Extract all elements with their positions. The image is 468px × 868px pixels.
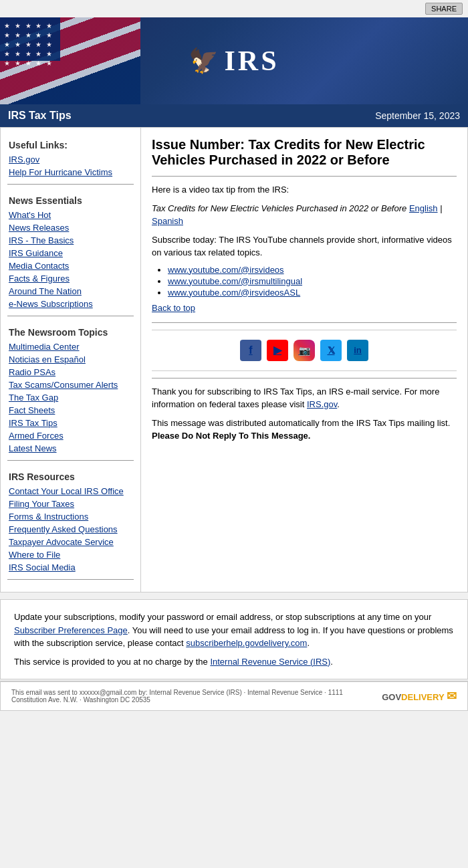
twitter-icon[interactable]: 𝕏 bbox=[320, 340, 342, 361]
subscriber-preferences-link[interactable]: Subscriber Preferences Page bbox=[14, 625, 128, 635]
sidebar-item-faq[interactable]: Frequently Asked Questions bbox=[1, 523, 140, 536]
divider-4 bbox=[7, 579, 134, 580]
content-area: Issue Number: Tax Credits for New Electr… bbox=[141, 128, 467, 592]
main-container: Useful Links: IRS.gov Help For Hurricane… bbox=[0, 127, 468, 592]
pipe-separator: | bbox=[440, 203, 442, 213]
divider-2 bbox=[7, 316, 134, 316]
do-not-reply-text: Please Do Not Reply To This Message. bbox=[152, 431, 310, 441]
share-button[interactable]: SHARE bbox=[425, 3, 463, 15]
news-essentials-title: News Essentials bbox=[1, 190, 140, 209]
linkedin-icon[interactable]: in bbox=[347, 340, 368, 361]
sidebar-item-irs-guidance[interactable]: IRS Guidance bbox=[1, 247, 140, 259]
subscriber-help-link[interactable]: subscriberhelp.govdelivery.com bbox=[186, 638, 307, 648]
thank-you-text: Thank you for subscribing to IRS Tax Tip… bbox=[152, 385, 457, 411]
sidebar: Useful Links: IRS.gov Help For Hurricane… bbox=[1, 128, 141, 592]
youtube-link-item-2: www.youtube.com/@irsmultilingual bbox=[168, 276, 457, 286]
youtube-main-link[interactable]: www.youtube.com/@irsvideos bbox=[168, 265, 284, 275]
intro-text: Here is a video tax tip from the IRS: bbox=[152, 183, 457, 197]
divider-1 bbox=[7, 184, 134, 185]
sidebar-item-news-releases[interactable]: News Releases bbox=[1, 221, 140, 234]
title-bar: IRS Tax Tips September 15, 2023 bbox=[0, 104, 468, 127]
sidebar-item-filing-taxes[interactable]: Filing Your Taxes bbox=[1, 498, 140, 510]
share-bar: SHARE bbox=[0, 0, 468, 17]
instagram-icon[interactable]: 📷 bbox=[294, 340, 315, 361]
facebook-icon[interactable]: f bbox=[240, 340, 261, 361]
social-icons-bar: f ▶ 📷 𝕏 in bbox=[152, 330, 457, 371]
sidebar-item-around-nation[interactable]: Around The Nation bbox=[1, 285, 140, 298]
sidebar-item-taxpayer-advocate[interactable]: Taxpayer Advocate Service bbox=[1, 536, 140, 548]
sidebar-item-radio[interactable]: Radio PSAs bbox=[1, 366, 140, 378]
irs-gov-content-link[interactable]: IRS.gov bbox=[307, 399, 337, 409]
sidebar-item-tax-gap[interactable]: The Tax Gap bbox=[1, 391, 140, 404]
italic-title: Tax Credits for New Electric Vehicles Pu… bbox=[152, 203, 406, 213]
irs-footer-link[interactable]: Internal Revenue Service (IRS) bbox=[210, 657, 330, 667]
issue-prefix: Issue Number: bbox=[152, 137, 248, 152]
sidebar-item-media-contacts[interactable]: Media Contacts bbox=[1, 259, 140, 272]
youtube-icon[interactable]: ▶ bbox=[267, 340, 288, 361]
newsroom-topics-title: The Newsroom Topics bbox=[1, 322, 140, 340]
sidebar-item-multimedia[interactable]: Multimedia Center bbox=[1, 340, 140, 353]
youtube-links-list: www.youtube.com/@irsvideos www.youtube.c… bbox=[168, 265, 457, 298]
instagram-symbol: 📷 bbox=[299, 345, 310, 356]
stars-decoration: ★ ★ ★ ★ ★★ ★ ★ ★ ★★ ★ ★ ★ ★★ ★ ★ ★ ★★ ★ … bbox=[0, 17, 60, 61]
facebook-symbol: f bbox=[249, 344, 252, 356]
newsletter-date: September 15, 2023 bbox=[375, 110, 460, 121]
article-title: Issue Number: Tax Credits for New Electr… bbox=[152, 137, 457, 168]
sidebar-item-social-media[interactable]: IRS Social Media bbox=[1, 561, 140, 574]
spanish-link[interactable]: Spanish bbox=[152, 216, 183, 226]
subscribe-text: Subscribe today: The IRS YouTube channel… bbox=[152, 233, 457, 259]
footer-subscription: Update your subscriptions, modify your p… bbox=[0, 599, 468, 679]
govdelivery-logo: GOVDELIVERY ✉ bbox=[382, 689, 457, 703]
youtube-asl-link[interactable]: www.youtube.com/@irsvideosASL bbox=[168, 288, 300, 298]
sidebar-item-enews[interactable]: e-News Subscriptions bbox=[1, 298, 140, 310]
back-to-top-link[interactable]: Back to top bbox=[152, 303, 195, 313]
sidebar-item-whats-hot[interactable]: What's Hot bbox=[1, 209, 140, 221]
divider-3 bbox=[7, 460, 134, 461]
sidebar-item-where-to-file[interactable]: Where to File bbox=[1, 548, 140, 561]
govdelivery-check-icon: ✉ bbox=[447, 689, 457, 703]
service-provided-text: This service is provided to you at no ch… bbox=[14, 655, 454, 669]
footer-bottom: This email was sent to xxxxxx@gmail.com … bbox=[0, 681, 468, 711]
youtube-symbol: ▶ bbox=[273, 344, 281, 356]
content-divider-3 bbox=[152, 378, 457, 378]
english-link[interactable]: English bbox=[409, 203, 438, 213]
irs-resources-title: IRS Resources bbox=[1, 466, 140, 485]
sidebar-item-facts-figures[interactable]: Facts & Figures bbox=[1, 272, 140, 285]
content-divider-1 bbox=[152, 176, 457, 177]
sidebar-item-noticias[interactable]: Noticias en Español bbox=[1, 353, 140, 366]
sidebar-item-local-office[interactable]: Contact Your Local IRS Office bbox=[1, 485, 140, 498]
youtube-link-item-1: www.youtube.com/@irsvideos bbox=[168, 265, 457, 275]
sidebar-item-fact-sheets[interactable]: Fact Sheets bbox=[1, 404, 140, 417]
sidebar-item-latest-news[interactable]: Latest News bbox=[1, 442, 140, 455]
italic-line-para: Tax Credits for New Electric Vehicles Pu… bbox=[152, 202, 457, 228]
youtube-link-item-3: www.youtube.com/@irsvideosASL bbox=[168, 288, 457, 298]
footer-sent-to-text: This email was sent to xxxxxx@gmail.com … bbox=[11, 689, 374, 703]
irs-wordmark: IRS bbox=[224, 45, 279, 77]
sidebar-item-irs-tax-tips[interactable]: IRS Tax Tips bbox=[1, 417, 140, 429]
distributed-text: This message was distributed automatical… bbox=[152, 417, 457, 443]
eagle-icon: 🦅 bbox=[189, 47, 219, 75]
update-subscriptions-text: Update your subscriptions, modify your p… bbox=[14, 611, 454, 650]
sidebar-item-irs-basics[interactable]: IRS - The Basics bbox=[1, 234, 140, 247]
content-divider-2 bbox=[152, 322, 457, 323]
sidebar-item-irs-gov[interactable]: IRS.gov bbox=[1, 153, 140, 166]
header: ★ ★ ★ ★ ★★ ★ ★ ★ ★★ ★ ★ ★ ★★ ★ ★ ★ ★★ ★ … bbox=[0, 17, 468, 104]
useful-links-title: Useful Links: bbox=[1, 134, 140, 153]
sidebar-item-armed-forces[interactable]: Armed Forces bbox=[1, 429, 140, 442]
linkedin-symbol: in bbox=[354, 345, 362, 355]
youtube-multi-link[interactable]: www.youtube.com/@irsmultilingual bbox=[168, 276, 302, 286]
sidebar-item-hurricane[interactable]: Help For Hurricane Victims bbox=[1, 166, 140, 179]
sidebar-item-forms[interactable]: Forms & Instructions bbox=[1, 510, 140, 523]
newsletter-title: IRS Tax Tips bbox=[8, 110, 72, 122]
twitter-symbol: 𝕏 bbox=[328, 345, 335, 356]
irs-logo: 🦅 IRS bbox=[189, 45, 279, 77]
sidebar-item-tax-scams[interactable]: Tax Scams/Consumer Alerts bbox=[1, 378, 140, 391]
